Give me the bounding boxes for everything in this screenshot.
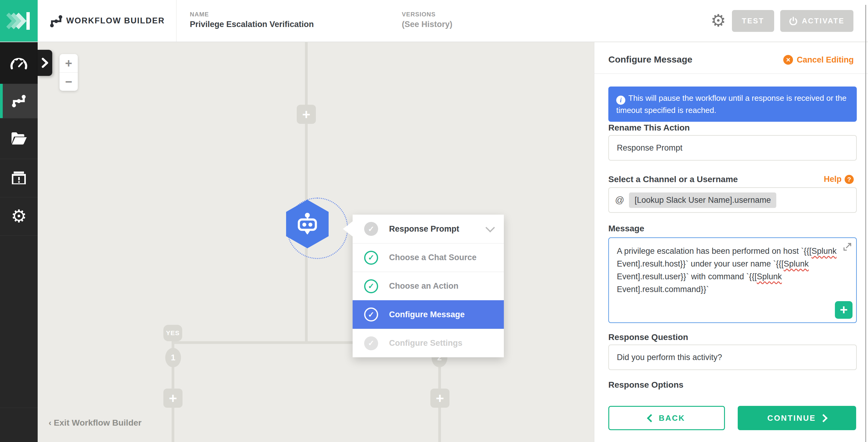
versions-label: VERSIONS bbox=[402, 11, 453, 18]
app-title: WORKFLOW BUILDER bbox=[66, 0, 165, 41]
cancel-x-icon: × bbox=[783, 55, 793, 65]
divider bbox=[0, 408, 38, 408]
rename-action-label: Rename This Action bbox=[608, 123, 690, 133]
channel-input[interactable]: @ [Lookup Slack User Name].username bbox=[608, 187, 857, 213]
divider bbox=[176, 0, 177, 41]
chevron-down-icon bbox=[485, 223, 495, 232]
rename-action-input[interactable] bbox=[608, 135, 857, 161]
versions-link[interactable]: (See History) bbox=[402, 20, 453, 29]
check-icon: ✓ bbox=[364, 279, 378, 293]
response-question-input[interactable] bbox=[608, 345, 857, 370]
left-sidebar: ⚙ bbox=[0, 41, 38, 442]
wire-below-node bbox=[305, 248, 308, 341]
message-editor[interactable]: A privilege escalation has been performe… bbox=[608, 238, 857, 323]
menu-pointer bbox=[343, 221, 352, 236]
minus-icon: − bbox=[65, 75, 72, 89]
plus-icon: + bbox=[436, 390, 444, 407]
yes-branch-label: YES bbox=[163, 325, 182, 341]
channel-token[interactable]: [Lookup Slack User Name].username bbox=[629, 192, 776, 208]
name-label: NAME bbox=[190, 11, 314, 18]
continue-button[interactable]: CONTINUE bbox=[738, 406, 856, 430]
plus-icon: + bbox=[302, 106, 310, 123]
workflow-builder-app: + − + + + YES 1 2 ✓ Res bbox=[0, 0, 868, 442]
sidebar-item-settings[interactable]: ⚙ bbox=[0, 197, 38, 235]
add-field-button[interactable]: + bbox=[835, 301, 852, 319]
info-banner: iThis will pause the workflow until a re… bbox=[608, 87, 857, 122]
wire-mid bbox=[305, 124, 308, 200]
app-logo[interactable] bbox=[0, 0, 38, 41]
zoom-out-button[interactable]: − bbox=[60, 72, 78, 91]
plus-icon: + bbox=[169, 390, 177, 407]
check-icon: ✓ bbox=[364, 251, 378, 265]
workflow-name-block: NAME Privilege Escalation Verification bbox=[190, 11, 314, 29]
branch-node-1[interactable]: 1 bbox=[165, 348, 181, 367]
panel-title: Configure Message bbox=[608, 54, 692, 65]
menu-item-choose-action[interactable]: ✓ Choose an Action bbox=[352, 272, 504, 300]
scrollbar[interactable] bbox=[865, 5, 866, 442]
sidebar-item-workflows[interactable] bbox=[0, 84, 38, 118]
workflow-name: Privilege Escalation Verification bbox=[190, 20, 314, 29]
menu-item-choose-chat-source[interactable]: ✓ Choose a Chat Source bbox=[352, 243, 504, 272]
gauge-icon bbox=[10, 56, 28, 69]
fast-forward-logo-icon bbox=[5, 7, 32, 35]
configure-message-panel: Configure Message × Cancel Editing iThis… bbox=[594, 41, 868, 442]
back-button[interactable]: BACK bbox=[608, 406, 725, 430]
info-icon: i bbox=[616, 96, 625, 105]
wire-top bbox=[305, 41, 308, 105]
activate-button[interactable]: ACTIVATE bbox=[780, 10, 854, 32]
gear-icon: ⚙ bbox=[11, 207, 27, 225]
check-icon: ✓ bbox=[364, 308, 378, 321]
chevron-left-icon bbox=[647, 414, 655, 422]
test-button[interactable]: TEST bbox=[732, 10, 774, 32]
check-icon: ✓ bbox=[364, 222, 378, 236]
plus-icon: + bbox=[65, 57, 72, 70]
exit-workflow-builder-link[interactable]: ‹ Exit Workflow Builder bbox=[49, 418, 142, 428]
workflow-icon bbox=[12, 95, 26, 107]
settings-gear-icon[interactable]: ⚙ bbox=[711, 12, 726, 29]
chevron-right-icon bbox=[41, 58, 48, 68]
action-step-menu: ✓ Response Prompt ✓ Choose a Chat Source… bbox=[352, 215, 504, 357]
zoom-controls: + − bbox=[60, 54, 78, 91]
menu-item-configure-message[interactable]: ✓ Configure Message bbox=[352, 300, 504, 329]
response-options-label: Response Options bbox=[608, 380, 683, 390]
divider bbox=[594, 73, 868, 74]
help-question-icon: ? bbox=[845, 175, 854, 184]
power-icon bbox=[789, 17, 798, 25]
top-bar: WORKFLOW BUILDER NAME Privilege Escalati… bbox=[0, 0, 868, 42]
expand-icon[interactable] bbox=[843, 242, 852, 255]
chevron-right-icon bbox=[819, 414, 828, 422]
versions-block: VERSIONS (See History) bbox=[402, 11, 453, 29]
channel-label: Select a Channel or a Username bbox=[608, 175, 738, 184]
alert-box-icon bbox=[12, 171, 26, 184]
check-icon: ✓ bbox=[364, 336, 378, 350]
add-step-button-left[interactable]: + bbox=[163, 388, 183, 408]
menu-item-configure-settings[interactable]: ✓ Configure Settings bbox=[352, 329, 504, 357]
at-sign: @ bbox=[615, 195, 624, 205]
workflow-icon bbox=[50, 15, 63, 28]
robot-icon bbox=[294, 211, 320, 237]
help-link[interactable]: Help ? bbox=[824, 175, 854, 184]
sidebar-expand-button[interactable] bbox=[38, 50, 52, 76]
add-step-button-right[interactable]: + bbox=[430, 388, 450, 408]
zoom-in-button[interactable]: + bbox=[60, 54, 78, 72]
add-step-button-top[interactable]: + bbox=[297, 105, 316, 124]
folder-icon bbox=[11, 132, 27, 145]
cancel-editing-button[interactable]: × Cancel Editing bbox=[783, 55, 854, 65]
response-question-label: Response Question bbox=[608, 333, 688, 342]
workflow-canvas[interactable]: + − + + + YES 1 2 ✓ Res bbox=[38, 41, 594, 442]
message-editor-text: A privilege escalation has been performe… bbox=[617, 247, 836, 294]
divider bbox=[0, 235, 38, 235]
sidebar-item-dashboard[interactable] bbox=[0, 41, 38, 84]
menu-item-response-prompt[interactable]: ✓ Response Prompt bbox=[352, 215, 504, 243]
active-indicator bbox=[0, 84, 3, 118]
message-label: Message bbox=[608, 224, 644, 233]
sidebar-item-incidents[interactable] bbox=[0, 159, 38, 197]
sidebar-item-files[interactable] bbox=[0, 118, 38, 159]
